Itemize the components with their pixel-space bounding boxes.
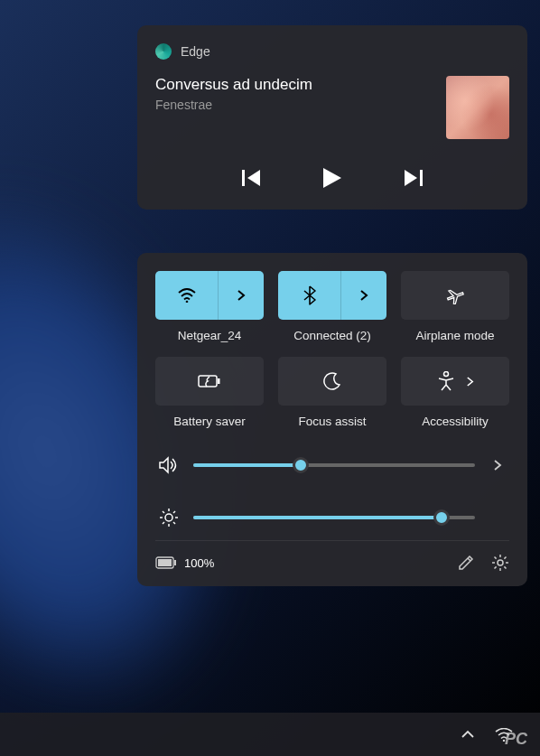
svg-rect-4 — [218, 378, 220, 384]
battery-saver-tile[interactable] — [155, 357, 264, 406]
quick-settings-panel: Netgear_24 Connected (2) Airplane mode — [137, 253, 527, 586]
skip-next-icon — [403, 170, 423, 186]
focus-assist-tile[interactable] — [278, 357, 386, 406]
play-button[interactable] — [320, 164, 345, 191]
svg-line-14 — [163, 522, 164, 524]
airplane-label: Airplane mode — [415, 329, 494, 342]
svg-rect-0 — [242, 170, 245, 186]
bluetooth-tile[interactable] — [278, 271, 386, 320]
taskbar-wifi-button[interactable] — [495, 728, 513, 742]
taskbar-overflow-button[interactable] — [461, 729, 475, 740]
svg-point-2 — [185, 301, 188, 303]
sun-icon — [159, 508, 179, 527]
chevron-up-icon — [461, 729, 475, 740]
bluetooth-label: Connected (2) — [293, 329, 371, 342]
svg-point-18 — [498, 560, 503, 565]
chevron-right-icon — [466, 376, 474, 387]
brightness-slider-row — [155, 508, 509, 527]
wifi-icon — [495, 728, 513, 742]
brightness-slider[interactable] — [193, 516, 475, 519]
volume-slider[interactable] — [193, 463, 475, 467]
taskbar — [0, 713, 540, 756]
wifi-toggle[interactable] — [155, 271, 219, 320]
svg-point-6 — [165, 514, 172, 521]
focus-assist-label: Focus assist — [298, 415, 366, 428]
svg-point-5 — [443, 372, 448, 377]
svg-line-13 — [173, 511, 175, 513]
bluetooth-icon — [303, 285, 316, 305]
track-info: Conversus ad undecim Fenestrae — [155, 76, 312, 112]
chevron-right-icon — [493, 459, 502, 471]
chevron-right-icon — [237, 289, 246, 302]
svg-line-11 — [163, 511, 164, 513]
bluetooth-toggle[interactable] — [278, 271, 341, 320]
battery-status[interactable]: 100% — [155, 556, 214, 570]
track-title: Conversus ad undecim — [155, 76, 312, 94]
moon-icon — [323, 372, 341, 390]
svg-rect-16 — [158, 559, 172, 566]
skip-previous-icon — [242, 170, 262, 186]
settings-button[interactable] — [491, 554, 509, 572]
wifi-icon — [178, 288, 196, 303]
wifi-tile[interactable] — [155, 271, 264, 320]
battery-saver-icon — [198, 374, 221, 388]
battery-icon — [155, 556, 177, 569]
volume-slider-row — [155, 455, 509, 475]
speaker-icon[interactable] — [159, 456, 179, 474]
accessibility-label: Accessibility — [422, 415, 489, 428]
battery-saver-label: Battery saver — [173, 415, 246, 428]
accessibility-icon — [437, 371, 455, 391]
wifi-label: Netgear_24 — [178, 329, 242, 342]
edit-quick-settings-button[interactable] — [457, 554, 475, 572]
airplane-icon — [445, 286, 465, 304]
chevron-right-icon — [359, 289, 368, 302]
edge-browser-icon — [155, 43, 172, 60]
svg-rect-17 — [174, 560, 176, 565]
battery-percentage: 100% — [184, 556, 214, 570]
accessibility-tile[interactable] — [401, 357, 509, 406]
pencil-icon — [457, 554, 475, 572]
volume-expand-button[interactable] — [489, 455, 506, 475]
previous-track-button[interactable] — [238, 164, 265, 191]
media-app-name: Edge — [181, 44, 210, 59]
album-art — [446, 76, 509, 139]
next-track-button[interactable] — [399, 164, 426, 191]
media-source-header: Edge — [155, 43, 509, 60]
track-artist: Fenestrae — [155, 98, 312, 112]
wifi-expand-button[interactable] — [219, 271, 264, 320]
gear-icon — [491, 554, 509, 572]
bluetooth-expand-button[interactable] — [341, 271, 386, 320]
play-icon — [323, 168, 341, 188]
svg-rect-1 — [420, 170, 423, 186]
media-control-panel: Edge Conversus ad undecim Fenestrae — [137, 25, 527, 210]
svg-point-19 — [503, 739, 505, 741]
svg-line-12 — [173, 522, 175, 524]
airplane-mode-tile[interactable] — [401, 271, 509, 320]
